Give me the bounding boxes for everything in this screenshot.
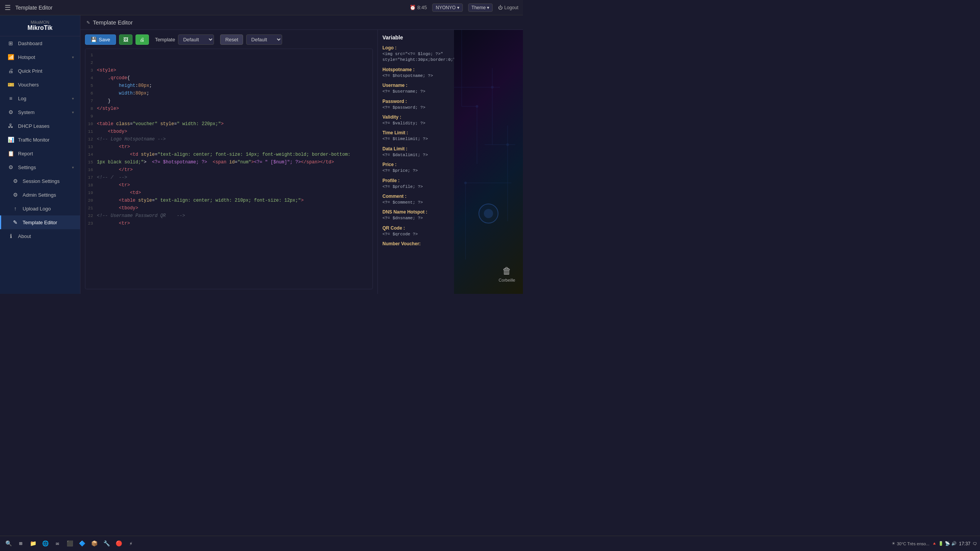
- variable-item-price: Price : <?= $price; ?>: [382, 162, 449, 174]
- code-line: 9: [85, 113, 372, 121]
- sidebar-item-label: System: [18, 109, 34, 115]
- code-line: 20 <table style=" text-align: center; wi…: [85, 197, 372, 205]
- settings-icon: ⚙: [7, 164, 14, 170]
- sidebar-item-dashboard[interactable]: ⊞ Dashboard: [0, 36, 80, 50]
- code-line: 13 <tr>: [85, 144, 372, 152]
- logout-button[interactable]: ⏻ Logout: [498, 5, 518, 10]
- template-select[interactable]: Default Custom 1: [178, 34, 214, 45]
- user-dropdown[interactable]: NYONYO ▾: [432, 3, 462, 12]
- sidebar-item-quick-print[interactable]: 🖨 Quick Print: [0, 64, 80, 78]
- sidebar-item-dhcp[interactable]: 🖧 DHCP Leases: [0, 119, 80, 133]
- sidebar-item-label: Upload Logo: [23, 206, 51, 212]
- code-line: 3 <style>: [85, 67, 372, 75]
- sidebar-item-label: Log: [18, 96, 26, 101]
- code-line: 4 .qrcode{: [85, 75, 372, 83]
- sidebar-item-log[interactable]: ≡ Log ▾: [0, 91, 80, 105]
- code-line: 22 <!-- Username Password QR -->: [85, 213, 372, 220]
- save-icon: 💾: [91, 37, 97, 42]
- variable-item-profile: Profile : <?= $profile; ?>: [382, 178, 449, 190]
- code-line: 19 <td>: [85, 190, 372, 197]
- main-layout: MikaMON MikroTik ⊞ Dashboard 📶 Hotspot ▾…: [0, 15, 523, 294]
- chevron-down-icon: ▾: [72, 165, 74, 170]
- about-icon: ℹ: [7, 233, 14, 239]
- reset-select[interactable]: Default Custom 1: [246, 34, 282, 45]
- sidebar-item-label: Admin Settings: [23, 192, 56, 198]
- sidebar-item-label: Quick Print: [18, 68, 42, 74]
- reset-button[interactable]: Reset: [220, 34, 243, 45]
- corbeille-icon-container[interactable]: 🗑 Corbeille: [499, 266, 515, 282]
- chevron-down-icon: ▾: [72, 55, 74, 59]
- image-icon: 🖼: [123, 37, 128, 42]
- sidebar-logo-text: MikroTik: [6, 24, 74, 31]
- code-line: 10 <table class="voucher" style=" width:…: [85, 121, 372, 129]
- sidebar-item-settings[interactable]: ⚙ Settings ▾: [0, 160, 80, 174]
- chevron-down-icon: ▾: [72, 110, 74, 114]
- sidebar-logo: MikaMON MikroTik: [0, 15, 80, 36]
- code-line: 17 <!-- / -->: [85, 174, 372, 182]
- code-line: 18 <tr>: [85, 182, 372, 190]
- print-icon: 🖨: [140, 37, 145, 42]
- code-editor[interactable]: 1 2 3 <style> 4 .qrcode{: [85, 49, 373, 289]
- image-button[interactable]: 🖼: [119, 34, 132, 45]
- sidebar-item-template-editor[interactable]: ✎ Template Editor: [0, 215, 80, 229]
- chevron-down-icon: ▾: [72, 96, 74, 101]
- topbar-time: ⏰ 8:45: [410, 5, 427, 10]
- sidebar-item-label: Traffic Monitor: [18, 137, 49, 143]
- topbar-right: ⏰ 8:45 NYONYO ▾ Theme ▾ ⏻ Logout: [410, 3, 518, 12]
- code-line: 6 width:80px;: [85, 90, 372, 98]
- print-button[interactable]: 🖨: [136, 34, 149, 45]
- svg-point-14: [484, 209, 493, 218]
- log-icon: ≡: [7, 95, 14, 101]
- sidebar-item-upload-logo[interactable]: ↑ Upload Logo: [0, 202, 80, 215]
- variable-item-datalimit: Data Limit : <?= $datalimit; ?>: [382, 146, 449, 158]
- theme-dropdown[interactable]: Theme ▾: [468, 3, 493, 12]
- sidebar-item-label: Hotspot: [18, 54, 35, 60]
- svg-point-12: [464, 182, 467, 184]
- session-settings-icon: ⚙: [12, 178, 19, 184]
- sidebar-item-vouchers[interactable]: 🎫 Vouchers: [0, 78, 80, 91]
- traffic-icon: 📊: [7, 137, 14, 143]
- page-title: Template Editor: [93, 19, 132, 26]
- editor-icon: ✎: [12, 219, 19, 225]
- sidebar-item-admin-settings[interactable]: ⚙ Admin Settings: [0, 188, 80, 202]
- code-line: 11 <tbody>: [85, 129, 372, 136]
- sidebar-item-system[interactable]: ⚙ System ▾: [0, 105, 80, 119]
- code-line: 14 <td style="text-align: center; font-s…: [85, 152, 372, 159]
- variable-panel-title: Variable: [382, 34, 449, 41]
- hamburger-icon[interactable]: ☰: [5, 3, 11, 12]
- code-line: 23 <tr>: [85, 220, 372, 228]
- sidebar-item-about[interactable]: ℹ About: [0, 229, 80, 243]
- sidebar: MikaMON MikroTik ⊞ Dashboard 📶 Hotspot ▾…: [0, 15, 80, 294]
- report-icon: 📋: [7, 150, 14, 156]
- code-line: 5 height:80px;: [85, 83, 372, 90]
- save-button[interactable]: 💾 Save: [85, 34, 116, 45]
- sidebar-item-label: Vouchers: [18, 82, 39, 88]
- right-decorative-panel: ge pour commencer à discuter 🗑 Corbeille: [454, 30, 523, 294]
- code-line: 12 <!-- Logo Hotspotname -->: [85, 136, 372, 144]
- variable-item-qrcode: QR Code : <?= $qrcode ?>: [382, 225, 449, 237]
- admin-settings-icon: ⚙: [12, 192, 19, 198]
- background-decoration: ge pour commencer à discuter 🗑 Corbeille: [454, 30, 523, 294]
- corbeille-label: Corbeille: [499, 278, 515, 282]
- main-content: ✎ Template Editor 💾 Save 🖼 🖨: [80, 15, 523, 294]
- code-line: 8 </style>: [85, 106, 372, 113]
- voucher-icon: 🎫: [7, 82, 14, 88]
- sidebar-item-traffic[interactable]: 📊 Traffic Monitor: [0, 133, 80, 147]
- sidebar-logo-sub: MikaMON: [6, 20, 74, 24]
- sidebar-item-report[interactable]: 📋 Report: [0, 147, 80, 160]
- variable-item-logo: Logo : <img src="<?= $logo; ?>"style="he…: [382, 45, 449, 63]
- sidebar-item-hotspot[interactable]: 📶 Hotspot ▾: [0, 50, 80, 64]
- system-icon: ⚙: [7, 109, 14, 115]
- dashboard-icon: ⊞: [7, 40, 14, 46]
- variable-item-comment: Comment : <?= $comment; ?>: [382, 194, 449, 205]
- sidebar-item-label: DHCP Leases: [18, 123, 49, 129]
- sidebar-item-session-settings[interactable]: ⚙ Session Settings: [0, 174, 80, 188]
- code-line: 16 </tr>: [85, 167, 372, 174]
- trash-icon: 🗑: [499, 266, 515, 276]
- code-line: 21 <tbody>: [85, 205, 372, 213]
- clock-icon: ⏰: [410, 5, 416, 10]
- svg-point-11: [506, 143, 509, 146]
- code-line: 1: [85, 52, 372, 60]
- variable-item-username: Username : <?= $username; ?>: [382, 83, 449, 95]
- editor-area: 💾 Save 🖼 🖨 Template Default Custom 1 Res: [80, 30, 377, 294]
